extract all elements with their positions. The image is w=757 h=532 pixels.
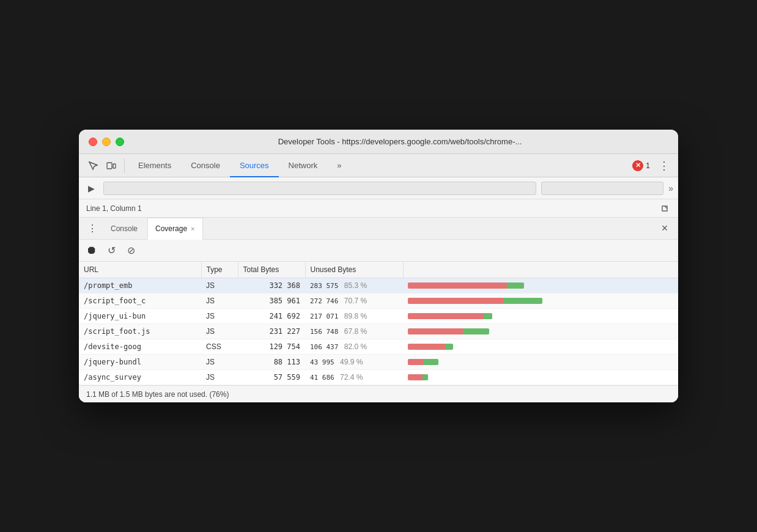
cell-type: JS bbox=[201, 324, 238, 339]
resize-icon[interactable] bbox=[659, 202, 671, 215]
cell-type: JS bbox=[201, 309, 238, 324]
tab-more[interactable]: » bbox=[327, 154, 351, 177]
cell-bar bbox=[403, 339, 678, 355]
table-row[interactable]: /script_foot_c JS 385 961 272 746 70.7 % bbox=[79, 294, 678, 309]
devtools-tabs-bar: Elements Console Sources Network » ✕ 1 ⋮ bbox=[79, 154, 678, 177]
traffic-lights bbox=[89, 138, 124, 146]
cell-unused: 106 437 82.0 % bbox=[305, 339, 403, 355]
cell-bar bbox=[403, 370, 678, 385]
inspect-element-icon[interactable] bbox=[84, 157, 102, 175]
tab-network[interactable]: Network bbox=[279, 154, 328, 177]
unused-pct: 70.7 % bbox=[344, 297, 367, 305]
cell-unused: 43 995 49.9 % bbox=[305, 355, 403, 370]
cell-total: 385 961 bbox=[238, 294, 305, 309]
cell-url: /script_foot.js bbox=[79, 324, 201, 339]
cell-url: /script_foot_c bbox=[79, 294, 201, 309]
play-icon[interactable]: ▶ bbox=[84, 181, 98, 196]
reload-button[interactable]: ↺ bbox=[103, 243, 119, 259]
tab-elements[interactable]: Elements bbox=[128, 154, 181, 177]
svg-rect-1 bbox=[113, 164, 116, 168]
close-drawer-icon[interactable]: × bbox=[656, 220, 673, 237]
unused-pct: 82.0 % bbox=[344, 342, 367, 351]
unused-pct: 85.3 % bbox=[344, 281, 367, 290]
cell-url: /async_survey bbox=[79, 370, 201, 385]
cell-url: /devsite-goog bbox=[79, 339, 201, 355]
cell-url: /jquery-bundl bbox=[79, 355, 201, 370]
cell-bar bbox=[403, 355, 678, 370]
coverage-table: URL Type Total Bytes Unused Bytes /promp… bbox=[79, 262, 678, 385]
close-coverage-tab-icon[interactable]: × bbox=[191, 225, 194, 232]
cell-type: JS bbox=[201, 294, 238, 309]
cell-url: /prompt_emb bbox=[79, 278, 201, 294]
error-icon: ✕ bbox=[632, 160, 643, 171]
record-button[interactable]: ⏺ bbox=[84, 243, 100, 259]
svg-rect-0 bbox=[107, 163, 112, 169]
devtools-window: Developer Tools - https://developers.goo… bbox=[79, 130, 678, 402]
cell-total: 231 227 bbox=[238, 324, 305, 339]
device-toolbar-icon[interactable] bbox=[102, 157, 120, 175]
tab-divider bbox=[124, 158, 125, 173]
tab-console[interactable]: Console bbox=[181, 154, 230, 177]
cell-unused: 41 686 72.4 % bbox=[305, 370, 403, 385]
cursor-position: Line 1, Column 1 bbox=[86, 204, 142, 213]
tab-sources[interactable]: Sources bbox=[230, 154, 279, 177]
status-bar: Line 1, Column 1 bbox=[79, 199, 678, 218]
cell-bar bbox=[403, 324, 678, 339]
cell-unused: 272 746 70.7 % bbox=[305, 294, 403, 309]
table-row[interactable]: /jquery_ui-bun JS 241 692 217 071 89.8 % bbox=[79, 309, 678, 324]
title-bar: Developer Tools - https://developers.goo… bbox=[79, 130, 678, 154]
cell-type: CSS bbox=[201, 339, 238, 355]
cell-unused: 283 575 85.3 % bbox=[305, 278, 403, 294]
clear-button[interactable]: ⊘ bbox=[123, 243, 139, 259]
coverage-footer: 1.1 MB of 1.5 MB bytes are not used. (76… bbox=[79, 385, 678, 402]
error-count: 1 bbox=[646, 161, 650, 170]
table-row[interactable]: /async_survey JS 57 559 41 686 72.4 % bbox=[79, 370, 678, 385]
expand-icon[interactable]: » bbox=[668, 183, 673, 193]
unused-pct: 72.4 % bbox=[340, 373, 363, 382]
secondary-toolbar: ▶ » bbox=[79, 177, 678, 199]
table-row[interactable]: /prompt_emb JS 332 368 283 575 85.3 % bbox=[79, 278, 678, 294]
coverage-panel: ⋮ Console Coverage × × ⏺ ↺ ⊘ URL Type To… bbox=[79, 218, 678, 402]
search-input[interactable] bbox=[541, 182, 663, 195]
drawer-header: ⋮ Console Coverage × × bbox=[79, 218, 678, 240]
cell-total: 332 368 bbox=[238, 278, 305, 294]
tabs-right-actions: ✕ 1 ⋮ bbox=[632, 157, 673, 175]
cell-total: 241 692 bbox=[238, 309, 305, 324]
col-header-total: Total Bytes bbox=[238, 262, 305, 278]
cell-total: 88 113 bbox=[238, 355, 305, 370]
unused-pct: 49.9 % bbox=[340, 358, 363, 366]
more-options-icon[interactable]: ⋮ bbox=[655, 157, 673, 175]
table-row[interactable]: /script_foot.js JS 231 227 156 748 67.8 … bbox=[79, 324, 678, 339]
coverage-summary: 1.1 MB of 1.5 MB bytes are not used. (76… bbox=[86, 390, 229, 399]
error-badge[interactable]: ✕ 1 bbox=[632, 160, 650, 171]
unused-pct: 89.8 % bbox=[344, 312, 367, 320]
cell-total: 57 559 bbox=[238, 370, 305, 385]
col-header-type: Type bbox=[201, 262, 238, 278]
maximize-button[interactable] bbox=[116, 138, 124, 146]
col-header-unused: Unused Bytes bbox=[305, 262, 403, 278]
col-header-bar bbox=[403, 262, 678, 278]
drawer-menu-icon[interactable]: ⋮ bbox=[84, 220, 101, 237]
coverage-toolbar: ⏺ ↺ ⊘ bbox=[79, 240, 678, 262]
drawer-tab-coverage[interactable]: Coverage × bbox=[147, 218, 202, 240]
cell-unused: 217 071 89.8 % bbox=[305, 309, 403, 324]
table-row[interactable]: /jquery-bundl JS 88 113 43 995 49.9 % bbox=[79, 355, 678, 370]
cell-url: /jquery_ui-bun bbox=[79, 309, 201, 324]
cell-type: JS bbox=[201, 355, 238, 370]
cell-type: JS bbox=[201, 370, 238, 385]
cell-total: 129 754 bbox=[238, 339, 305, 355]
file-path-input[interactable] bbox=[103, 182, 536, 195]
unused-pct: 67.8 % bbox=[344, 327, 367, 336]
minimize-button[interactable] bbox=[102, 138, 111, 146]
drawer-tab-console[interactable]: Console bbox=[103, 218, 145, 240]
cell-bar bbox=[403, 294, 678, 309]
table-row[interactable]: /devsite-goog CSS 129 754 106 437 82.0 % bbox=[79, 339, 678, 355]
cell-unused: 156 748 67.8 % bbox=[305, 324, 403, 339]
cell-bar bbox=[403, 278, 678, 294]
col-header-url: URL bbox=[79, 262, 201, 278]
window-title: Developer Tools - https://developers.goo… bbox=[131, 137, 668, 146]
cell-bar bbox=[403, 309, 678, 324]
close-button[interactable] bbox=[89, 138, 97, 146]
cell-type: JS bbox=[201, 278, 238, 294]
